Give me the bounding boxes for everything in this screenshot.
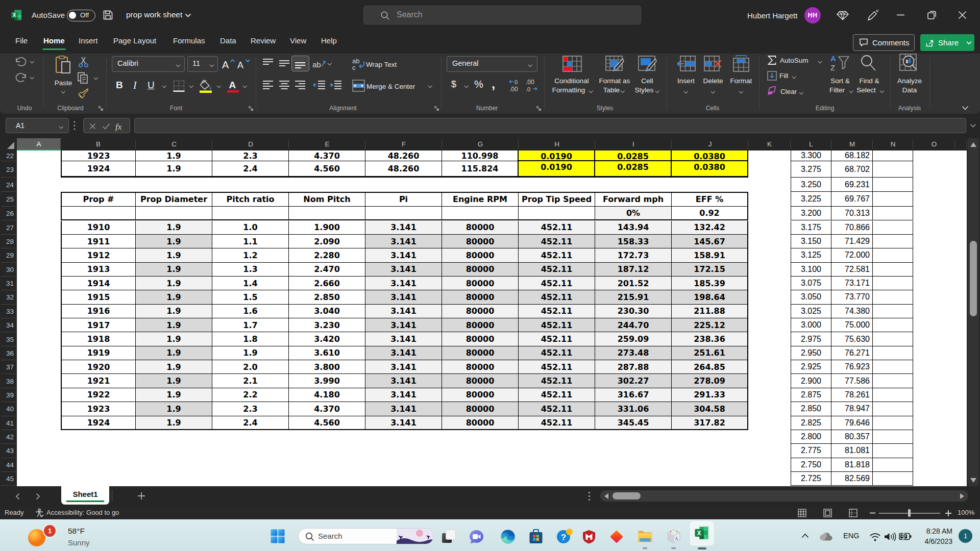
cell-E23[interactable]: 4.560	[289, 161, 365, 178]
cell-M44[interactable]: 81.818	[831, 458, 873, 472]
cell-C40[interactable]: 1.9	[136, 402, 212, 416]
cell-F28[interactable]: 3.141	[365, 235, 442, 248]
cell-D25[interactable]: Pitch ratio	[212, 192, 289, 206]
page-layout-view-button[interactable]	[823, 509, 832, 517]
column-header-M[interactable]: M	[831, 138, 873, 151]
increase-indent-button[interactable]	[329, 80, 342, 91]
cell-F25[interactable]: Pi	[365, 192, 442, 206]
chat-button[interactable]	[469, 530, 484, 544]
cell-N23[interactable]	[873, 161, 913, 178]
row-header-31[interactable]: 31	[0, 277, 17, 290]
cell-F23[interactable]: 48.260	[365, 161, 442, 178]
weather-condition[interactable]: Sunny	[68, 538, 90, 547]
comma-style-button[interactable]: ,	[492, 76, 495, 92]
align-right-button[interactable]	[295, 80, 306, 91]
excel-taskbar-icon[interactable]: X	[695, 525, 709, 540]
orientation-button[interactable]: ab	[312, 57, 326, 70]
percent-style-button[interactable]: %	[474, 79, 483, 90]
cell-H28[interactable]: 452.11	[519, 235, 595, 248]
tab-help[interactable]: Help	[321, 33, 337, 48]
cell-E37[interactable]: 3.800	[289, 360, 365, 374]
cell-L39[interactable]: 2.875	[791, 388, 831, 402]
tab-view[interactable]: View	[290, 33, 306, 48]
expand-formula-bar-icon[interactable]	[970, 123, 976, 128]
cell-E27[interactable]: 1.900	[289, 221, 365, 235]
horizontal-scroll-thumb[interactable]	[612, 492, 641, 499]
cell-G41[interactable]: 80000	[442, 416, 519, 430]
cell-C38[interactable]: 1.9	[136, 374, 212, 388]
cell-G28[interactable]: 80000	[442, 235, 519, 248]
cell-H30[interactable]: 452.11	[519, 263, 595, 277]
share-button[interactable]: Share	[920, 34, 974, 51]
fill-color-chevron-icon[interactable]	[216, 84, 221, 88]
row-header-30[interactable]: 30	[0, 263, 17, 277]
row-header-36[interactable]: 36	[0, 346, 17, 360]
cell-D37[interactable]: 2.0	[212, 360, 289, 374]
tab-data[interactable]: Data	[220, 33, 236, 48]
row-header-34[interactable]: 34	[0, 318, 17, 332]
cell-I36[interactable]: 273.48	[595, 346, 672, 360]
clipboard-dialog-launcher[interactable]	[99, 106, 104, 112]
cell-I23[interactable]: 0.0285	[595, 161, 672, 178]
cell-J39[interactable]: 291.33	[672, 388, 748, 402]
cell-L35[interactable]: 2.975	[791, 332, 831, 346]
tab-formulas[interactable]: Formulas	[173, 33, 205, 48]
cell-I25[interactable]: Forward mph	[595, 192, 672, 206]
copy-icon[interactable]	[77, 72, 89, 84]
scroll-right-arrow[interactable]	[960, 493, 964, 499]
cell-F26[interactable]	[365, 207, 442, 221]
format-painter-icon[interactable]	[78, 88, 90, 100]
cell-H39[interactable]: 452.11	[519, 388, 595, 402]
cell-L30[interactable]: 3.100	[791, 263, 831, 277]
cell-M38[interactable]: 77.586	[831, 374, 873, 388]
cell-M45[interactable]: 82.569	[831, 472, 873, 486]
cell-J38[interactable]: 278.09	[672, 374, 748, 388]
enter-formula-icon[interactable]	[102, 123, 110, 130]
cell-H23[interactable]: 0.0190	[519, 161, 595, 178]
zoom-slider-thumb[interactable]	[908, 509, 911, 517]
cell-M28[interactable]: 71.429	[831, 235, 873, 248]
scroll-up-arrow[interactable]	[970, 142, 976, 147]
redo-button[interactable]	[15, 72, 27, 82]
battery-icon[interactable]	[899, 533, 912, 540]
cell-D28[interactable]: 1.1	[212, 235, 289, 248]
vertical-scroll-thumb[interactable]	[970, 241, 977, 316]
cell-M27[interactable]: 70.866	[831, 221, 873, 235]
cell-B31[interactable]: 1914	[61, 277, 136, 290]
increase-decimal-button[interactable]: 0 .00	[508, 79, 522, 92]
align-middle-button[interactable]	[279, 58, 290, 69]
bold-button[interactable]: B	[116, 80, 123, 91]
horizontal-scrollbar[interactable]	[600, 490, 968, 502]
cell-J40[interactable]: 304.58	[672, 402, 748, 416]
cell-F22[interactable]: 48.260	[365, 151, 442, 161]
cell-D23[interactable]: 2.4	[212, 161, 289, 178]
page-break-view-button[interactable]	[849, 509, 857, 517]
user-name[interactable]: Hubert Hargett	[747, 11, 797, 20]
cut-icon[interactable]	[78, 57, 89, 68]
cell-N26[interactable]	[873, 207, 913, 221]
row-header-25[interactable]: 25	[0, 192, 17, 206]
tab-review[interactable]: Review	[251, 33, 276, 48]
cell-D31[interactable]: 1.4	[212, 277, 289, 290]
mcafee-button[interactable]	[582, 529, 596, 544]
column-header-O[interactable]: O	[913, 138, 955, 151]
cell-L44[interactable]: 2.750	[791, 458, 831, 472]
cell-B34[interactable]: 1917	[61, 318, 136, 332]
cell-D33[interactable]: 1.6	[212, 305, 289, 318]
cell-J23[interactable]: 0.0380	[672, 161, 748, 178]
cell-J30[interactable]: 172.15	[672, 263, 748, 277]
cell-G32[interactable]: 80000	[442, 290, 519, 304]
cell-M31[interactable]: 73.171	[831, 277, 873, 290]
row-header-41[interactable]: 41	[0, 416, 17, 430]
cell-N32[interactable]	[873, 290, 913, 304]
tray-clock[interactable]: 8:28 AM 4/6/2023	[922, 526, 952, 546]
cell-L43[interactable]: 2.775	[791, 444, 831, 458]
next-sheet-arrow[interactable]	[36, 493, 40, 500]
row-header-44[interactable]: 44	[0, 458, 17, 472]
cell-H33[interactable]: 452.11	[519, 305, 595, 318]
cell-L32[interactable]: 3.050	[791, 290, 831, 304]
cell-B27[interactable]: 1910	[61, 221, 136, 235]
cell-L26[interactable]: 3.200	[791, 207, 831, 221]
cell-I28[interactable]: 158.33	[595, 235, 672, 248]
cell-H37[interactable]: 452.11	[519, 360, 595, 374]
